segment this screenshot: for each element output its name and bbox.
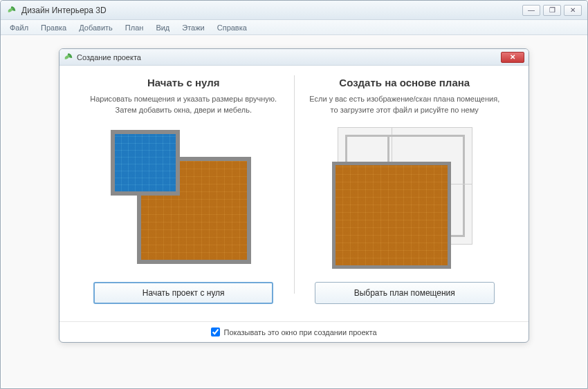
dialog-icon bbox=[64, 53, 73, 62]
menu-edit[interactable]: Правка bbox=[36, 22, 71, 33]
client-area: Создание проекта ✕ Начать с нуля Нарисов… bbox=[1, 36, 587, 388]
from-plan-panel: Создать на основе плана Если у вас есть … bbox=[295, 73, 515, 317]
main-window: Дизайн Интерьера 3D — ❐ ✕ Файл Правка До… bbox=[0, 0, 588, 389]
window-close-button[interactable]: ✕ bbox=[564, 5, 582, 16]
menu-add[interactable]: Добавить bbox=[74, 22, 118, 33]
show-on-startup-checkbox[interactable] bbox=[211, 328, 220, 336]
plan-heading: Создать на основе плана bbox=[339, 77, 470, 88]
menu-view[interactable]: Вид bbox=[151, 22, 174, 33]
scratch-description: Нарисовать помещения и указать размеры в… bbox=[90, 94, 277, 116]
dialog-close-button[interactable]: ✕ bbox=[501, 52, 524, 63]
minimize-button[interactable]: — bbox=[522, 5, 540, 16]
plan-illustration bbox=[325, 126, 484, 271]
blue-room-icon bbox=[111, 130, 180, 196]
menu-floors[interactable]: Этажи bbox=[177, 22, 209, 33]
main-titlebar[interactable]: Дизайн Интерьера 3D — ❐ ✕ bbox=[1, 1, 587, 20]
choose-plan-button[interactable]: Выбрать план помещения bbox=[315, 282, 495, 304]
menubar: Файл Правка Добавить План Вид Этажи Спра… bbox=[1, 20, 587, 35]
start-from-scratch-panel: Начать с нуля Нарисовать помещения и ука… bbox=[73, 73, 294, 317]
dialog-body: Начать с нуля Нарисовать помещения и ука… bbox=[59, 66, 529, 321]
scratch-heading: Начать с нуля bbox=[147, 77, 220, 88]
dialog-footer: Показывать это окно при создании проекта bbox=[59, 321, 529, 342]
app-title: Дизайн Интерьера 3D bbox=[21, 6, 522, 15]
menu-plan[interactable]: План bbox=[120, 22, 149, 33]
orange-overlay-room-icon bbox=[332, 162, 451, 269]
menu-file[interactable]: Файл bbox=[5, 22, 33, 33]
start-from-scratch-button[interactable]: Начать проект с нуля bbox=[93, 282, 273, 304]
scratch-illustration bbox=[104, 126, 263, 271]
dialog-title: Создание проекта bbox=[77, 53, 501, 61]
plan-description: Если у вас есть изображение/скан плана п… bbox=[309, 94, 499, 116]
maximize-button[interactable]: ❐ bbox=[543, 5, 561, 16]
new-project-dialog: Создание проекта ✕ Начать с нуля Нарисов… bbox=[59, 48, 529, 343]
dialog-titlebar[interactable]: Создание проекта ✕ bbox=[59, 49, 529, 66]
menu-help[interactable]: Справка bbox=[212, 22, 252, 33]
window-controls: — ❐ ✕ bbox=[522, 5, 582, 16]
show-on-startup-label: Показывать это окно при создании проекта bbox=[223, 328, 376, 336]
app-icon bbox=[6, 5, 17, 16]
